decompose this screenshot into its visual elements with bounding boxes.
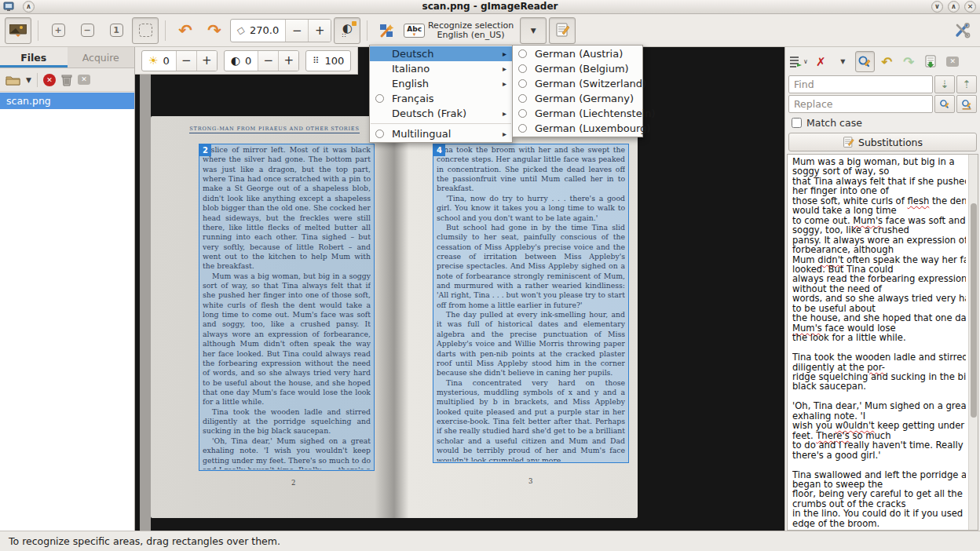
rotate-left-button[interactable]: ↶: [172, 17, 199, 44]
toolbar-separator: [367, 20, 368, 41]
close-button[interactable]: ×: [964, 1, 976, 13]
brightness-value[interactable]: 0: [163, 55, 170, 67]
replace-input[interactable]: [788, 95, 933, 113]
image-icon: [9, 24, 27, 37]
ocr-selection-region-4[interactable]: 4 Tina took the broom with her and she s…: [433, 144, 629, 463]
zoom-original-button[interactable]: 1: [103, 17, 130, 44]
redo-button[interactable]: ↷: [899, 51, 919, 72]
contrast-value[interactable]: 0: [245, 55, 251, 67]
contrast-decrease-button[interactable]: −: [258, 51, 278, 71]
status-bar: To recognize specific areas, drag rectan…: [0, 531, 980, 551]
language-menu-item[interactable]: Deutsch (Frak)▸: [370, 106, 512, 121]
language-submenu-item[interactable]: German (Liechtenstein): [513, 106, 642, 121]
find-previous-button[interactable]: ⇡: [956, 75, 977, 93]
brightness-decrease-button[interactable]: −: [176, 51, 196, 71]
recognize-language-dropdown[interactable]: ▼: [520, 17, 547, 44]
replace-button[interactable]: [934, 95, 955, 113]
find-input[interactable]: [788, 75, 933, 93]
layout-wand-icon: [379, 23, 395, 38]
replace-all-button[interactable]: [956, 95, 977, 113]
rotation-value[interactable]: 270.0: [250, 24, 279, 36]
rotation-spinbox: ◇270.0 − +: [230, 19, 331, 42]
delete-file-icon[interactable]: [61, 74, 72, 86]
language-submenu-item[interactable]: German (Belgium): [513, 61, 642, 76]
strip-icon: ✗: [816, 55, 826, 69]
language-menu-item[interactable]: Italiano▸: [370, 61, 512, 76]
recognize-language: English (en_US): [437, 31, 505, 40]
tab-files[interactable]: Files: [0, 47, 68, 68]
main-toolbar: + − 1 ↶ ↷ ◇270.0 − + ◐∷ Abc▾ Recognize s…: [0, 14, 980, 47]
brightness-increase-button[interactable]: +: [196, 51, 217, 71]
ocr-output-area[interactable]: Mum was a big woman, but big in a soggy …: [787, 154, 978, 531]
zoom-out-icon: −: [81, 24, 94, 37]
files-toolbar: ▼ ✕ ✕: [0, 68, 134, 92]
substitutions-label: Substitutions: [858, 137, 923, 148]
open-dropdown-icon[interactable]: ▼: [26, 76, 31, 84]
selection-label: 2: [199, 144, 211, 156]
zoom-in-button[interactable]: +: [45, 17, 71, 44]
rotate-right-button[interactable]: ↷: [201, 17, 228, 44]
resolution-value[interactable]: 100: [324, 55, 344, 67]
tools-wrench-icon: [954, 22, 971, 38]
insert-mode-button[interactable]: ∨: [788, 51, 809, 72]
toolbar-separator: [37, 73, 38, 87]
open-image-button[interactable]: [5, 17, 31, 44]
replace-row: [788, 95, 977, 113]
settings-button[interactable]: [949, 17, 975, 44]
chevron-down-icon: ▼: [840, 58, 845, 65]
match-case-label: Match case: [806, 117, 862, 129]
output-scrollbar[interactable]: [968, 155, 978, 530]
clear-output-button[interactable]: ✕: [943, 51, 963, 72]
zoom-out-button[interactable]: −: [74, 17, 101, 44]
strip-dropdown-button[interactable]: ▼: [833, 51, 853, 72]
language-menu-item[interactable]: Français: [370, 91, 512, 106]
app-window: ∧ scan.png - gImageReader ∨ ∧ × + − 1 ↶ …: [0, 0, 980, 551]
language-submenu-item[interactable]: German (Austria): [513, 46, 642, 61]
rotate-right-icon: ↷: [207, 23, 221, 38]
language-menu-item[interactable]: Multilingual▸: [370, 126, 512, 141]
zoom-fit-button[interactable]: [132, 17, 159, 44]
output-pane-toggle[interactable]: [549, 17, 576, 44]
remove-file-icon[interactable]: ✕: [43, 74, 56, 86]
zoom-fit-icon: [139, 24, 152, 37]
selection-label: 4: [433, 144, 445, 156]
ocr-output-text[interactable]: Mum was a big woman, but big in a soggy …: [792, 157, 966, 528]
book-running-header: STRONG-MAN FROM PIRAEUS AND OTHER STORIE…: [174, 126, 375, 132]
clear-files-icon[interactable]: ✕: [78, 75, 90, 85]
language-menu-item[interactable]: Deutsch▸: [370, 46, 512, 61]
recognize-label: Recognize selection: [428, 21, 514, 31]
substitutions-button[interactable]: Substitutions: [788, 133, 977, 151]
language-menu-item[interactable]: English▸: [370, 76, 512, 91]
contrast-increase-button[interactable]: +: [278, 51, 298, 71]
rotation-increase-button[interactable]: +: [308, 20, 331, 42]
scrollbar-thumb[interactable]: [971, 203, 977, 417]
language-submenu-item[interactable]: German (Germany): [513, 91, 642, 106]
save-output-button[interactable]: [921, 51, 941, 72]
tab-acquire[interactable]: Acquire: [68, 47, 135, 68]
rotation-decrease-button[interactable]: −: [285, 20, 308, 42]
abc-icon: Abc▾: [404, 24, 425, 38]
find-next-button[interactable]: ⇣: [934, 75, 955, 93]
maximize-button[interactable]: ∧: [948, 1, 960, 13]
substitutions-icon: [843, 137, 854, 148]
right-page-number: 3: [528, 477, 532, 485]
undo-button[interactable]: ↶: [877, 51, 897, 72]
image-controls-toggle[interactable]: ◐∷: [334, 17, 360, 44]
match-case-row: Match case: [792, 117, 974, 129]
language-submenu-item[interactable]: German (Luxembourg): [513, 121, 642, 136]
find-replace-toggle[interactable]: [855, 51, 875, 72]
resolution-icon: ⠿: [313, 56, 320, 66]
scanned-book-spread: STRONG-MAN FROM PIRAEUS AND OTHER STORIE…: [151, 116, 638, 518]
file-list-item-selected[interactable]: scan.png: [0, 93, 134, 109]
recognize-button[interactable]: Abc▾ Recognize selection English (en_US): [403, 17, 517, 44]
strip-crlf-button[interactable]: ✗: [811, 51, 831, 72]
image-controls-bar: ☀0 − + ◐0 − + ⠿100: [135, 47, 358, 75]
status-message: To recognize specific areas, drag rectan…: [9, 535, 280, 547]
language-submenu-item[interactable]: German (Switzerland): [513, 76, 642, 91]
files-panel: Files Acquire ▼ ✕ ✕ scan.png: [0, 47, 135, 531]
open-folder-icon[interactable]: [5, 75, 20, 86]
minimize-button[interactable]: ∨: [931, 1, 943, 13]
match-case-checkbox[interactable]: [792, 118, 802, 128]
ocr-selection-region-2[interactable]: 2 a slice of mirror left. Most of it was…: [199, 144, 375, 471]
auto-layout-button[interactable]: [374, 17, 400, 44]
